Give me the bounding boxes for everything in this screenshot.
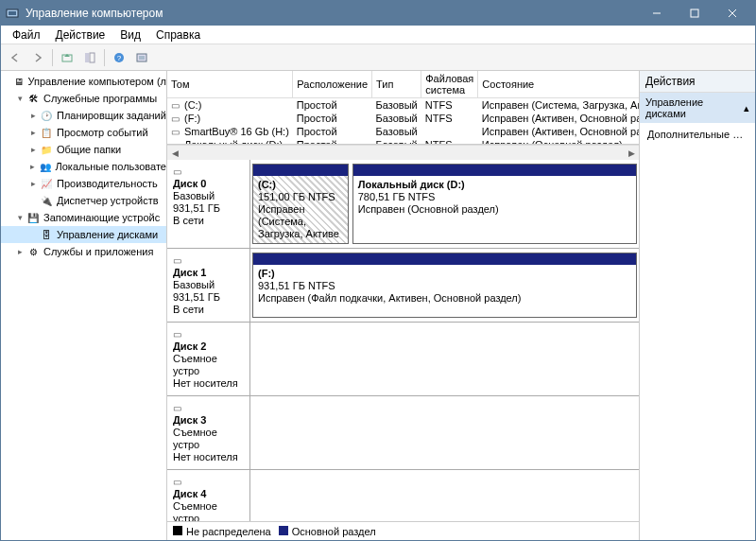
svg-rect-8	[90, 53, 94, 62]
forward-button[interactable]	[27, 47, 48, 68]
tree-shared-folders[interactable]: ▸📁Общие папки	[1, 141, 166, 158]
disk-icon: ▭	[173, 166, 181, 177]
partition-stripe	[253, 165, 348, 176]
actions-more[interactable]: Дополнительные дей...	[640, 123, 755, 146]
perf-icon: 📈	[39, 176, 54, 191]
refresh-button[interactable]	[131, 47, 152, 68]
toolbar: ?	[1, 44, 755, 71]
titlebar: Управление компьютером	[1, 1, 755, 26]
partition[interactable]: (F:)931,51 ГБ NTFSИсправен (Файл подкачк…	[252, 253, 637, 318]
svg-rect-1	[9, 11, 16, 15]
help-button[interactable]: ?	[109, 47, 129, 68]
disk-icon: ▭	[173, 329, 181, 340]
drive-icon: ▭	[171, 140, 184, 145]
app-icon	[5, 6, 20, 21]
partition[interactable]: (C:)151,00 ГБ NTFSИсправен (Система, Заг…	[252, 164, 349, 244]
tree-device-manager[interactable]: 🔌Диспетчер устройств	[1, 192, 166, 209]
back-button[interactable]	[5, 47, 26, 68]
disk-icon: 🗄	[39, 227, 54, 242]
legend-swatch-primary	[279, 526, 288, 535]
navigation-tree: 🖥Управление компьютером (л ▾🛠Служебные п…	[1, 71, 167, 540]
menubar: Файл Действие Вид Справка	[1, 26, 755, 44]
menu-action[interactable]: Действие	[48, 26, 113, 44]
menu-view[interactable]: Вид	[112, 26, 148, 44]
col-status[interactable]: Состояние	[478, 71, 639, 98]
disk-row: ▭ Диск 4Съемное устро	[167, 470, 639, 521]
menu-file[interactable]: Файл	[5, 26, 48, 44]
volume-row[interactable]: ▭(C:)ПростойБазовыйNTFSИсправен (Система…	[167, 98, 639, 113]
svg-rect-3	[691, 9, 698, 17]
drive-icon: ▭	[171, 100, 184, 111]
actions-pane: Действия Управление дисками▴ Дополнитель…	[640, 71, 755, 540]
services-icon: ⚙	[26, 244, 41, 259]
disk-row: ▭ Диск 2Съемное устроНет носителя	[167, 323, 639, 396]
disk-info[interactable]: ▭ Диск 0Базовый931,51 ГБВ сети	[167, 160, 250, 248]
disk-info[interactable]: ▭ Диск 3Съемное устроНет носителя	[167, 396, 250, 469]
partition-stripe	[353, 165, 636, 176]
center-pane: Том Расположение Тип Файловая система Со…	[167, 71, 640, 540]
window-title: Управление компьютером	[26, 7, 638, 20]
col-fs[interactable]: Файловая система	[421, 71, 478, 98]
volume-list: Том Расположение Тип Файловая система Со…	[167, 71, 639, 145]
menu-help[interactable]: Справка	[148, 26, 208, 44]
svg-rect-7	[85, 53, 89, 62]
users-icon: 👥	[38, 159, 52, 174]
tree-task-scheduler[interactable]: ▸🕑Планировщик заданий	[1, 107, 166, 124]
maximize-button[interactable]	[676, 1, 713, 26]
collapse-icon: ▴	[744, 102, 749, 114]
disk-info[interactable]: ▭ Диск 4Съемное устро	[167, 470, 250, 521]
tools-icon: 🛠	[26, 91, 41, 106]
drive-icon: ▭	[171, 113, 184, 124]
col-volume[interactable]: Том	[167, 71, 293, 98]
minimize-button[interactable]	[638, 1, 676, 26]
actions-group[interactable]: Управление дисками▴	[640, 93, 755, 123]
volume-scrollbar[interactable]: ◀ ▶	[167, 145, 639, 160]
volume-row[interactable]: ▭(F:)ПростойБазовыйNTFSИсправен (Активен…	[167, 112, 639, 125]
disk-icon: ▭	[173, 477, 181, 487]
tree-services[interactable]: ▸⚙Службы и приложения	[1, 243, 166, 260]
actions-header: Действия	[640, 71, 755, 93]
scroll-right-icon[interactable]: ▶	[624, 148, 639, 158]
tree-event-viewer[interactable]: ▸📋Просмотр событий	[1, 124, 166, 141]
tree-system-tools[interactable]: ▾🛠Служебные программы	[1, 90, 166, 107]
up-button[interactable]	[57, 47, 77, 68]
tree-local-users[interactable]: ▸👥Локальные пользовате	[1, 158, 166, 175]
legend-primary: Основной раздел	[292, 526, 376, 537]
partition-stripe	[253, 253, 636, 265]
col-layout[interactable]: Расположение	[293, 71, 372, 98]
disk-row: ▭ Диск 1Базовый931,51 ГБВ сети(F:)931,51…	[167, 249, 639, 323]
volume-row[interactable]: ▭Локальный диск (D:)ПростойБазовыйNTFSИс…	[167, 138, 639, 145]
svg-rect-12	[139, 56, 145, 60]
volume-row[interactable]: ▭SmartBuy® 16 Gb (H:)ПростойБазовыйИспра…	[167, 125, 639, 138]
disk-map: ▭ Диск 0Базовый931,51 ГБВ сети(C:)151,00…	[167, 160, 639, 521]
computer-icon: 🖥	[13, 74, 25, 89]
disk-info[interactable]: ▭ Диск 2Съемное устроНет носителя	[167, 323, 250, 395]
drive-icon: ▭	[171, 127, 184, 137]
show-hide-tree-button[interactable]	[79, 47, 100, 68]
legend: Не распределена Основной раздел	[167, 521, 639, 540]
scroll-left-icon[interactable]: ◀	[167, 148, 182, 158]
device-icon: 🔌	[39, 193, 54, 208]
disk-row: ▭ Диск 0Базовый931,51 ГБВ сети(C:)151,00…	[167, 160, 639, 249]
tree-performance[interactable]: ▸📈Производительность	[1, 175, 166, 192]
disk-icon: ▭	[173, 255, 181, 266]
storage-icon: 💾	[26, 210, 41, 225]
folder-icon: 📁	[39, 142, 54, 157]
disk-icon: ▭	[173, 403, 181, 413]
event-icon: 📋	[39, 125, 54, 140]
clock-icon: 🕑	[39, 108, 54, 123]
disk-row: ▭ Диск 3Съемное устроНет носителя	[167, 396, 639, 470]
legend-swatch-unallocated	[173, 526, 182, 535]
svg-text:?: ?	[117, 54, 122, 62]
partition[interactable]: Локальный диск (D:)780,51 ГБ NTFSИсправе…	[352, 164, 637, 244]
tree-disk-management[interactable]: 🗄Управление дисками	[1, 226, 166, 243]
disk-info[interactable]: ▭ Диск 1Базовый931,51 ГБВ сети	[167, 249, 250, 322]
tree-storage[interactable]: ▾💾Запоминающие устройс	[1, 209, 166, 226]
tree-root[interactable]: 🖥Управление компьютером (л	[1, 73, 166, 90]
close-button[interactable]	[713, 1, 751, 26]
col-type[interactable]: Тип	[372, 71, 421, 98]
legend-unallocated: Не распределена	[186, 526, 271, 537]
